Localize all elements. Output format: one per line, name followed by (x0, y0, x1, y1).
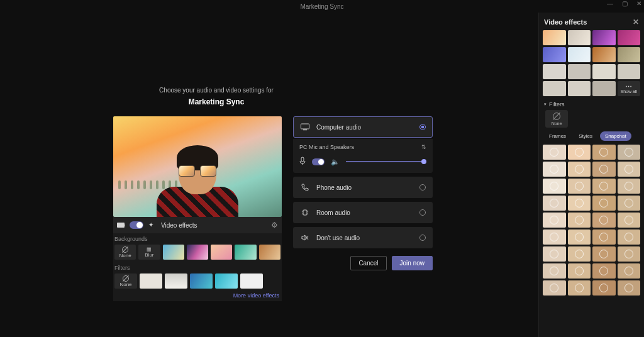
lens-swatch-0[interactable] (543, 145, 566, 160)
lens-swatch-7[interactable] (618, 162, 641, 177)
lens-swatch-34[interactable] (592, 280, 616, 296)
bg-blur[interactable]: ▦ Blur (138, 245, 160, 260)
lens-swatch-5[interactable] (568, 162, 591, 177)
video-effects-button[interactable]: Video effects (161, 222, 197, 229)
filter-none[interactable]: None (114, 273, 137, 289)
svg-point-8 (308, 213, 308, 214)
lens-swatch-14[interactable] (592, 196, 616, 211)
more-video-effects-link[interactable]: More video effects (113, 291, 282, 300)
lens-swatch-28[interactable] (543, 263, 566, 279)
lens-swatch-27[interactable] (618, 246, 641, 262)
sidebar-filter-tabs: Frames Styles Snapchat (543, 131, 640, 141)
close-button[interactable]: ✕ (636, 0, 641, 7)
action-buttons: Cancel Join now (293, 256, 433, 270)
device-settings-icon[interactable]: ⇅ (421, 144, 426, 150)
minimize-button[interactable]: — (607, 0, 613, 7)
tab-styles[interactable]: Styles (574, 131, 597, 141)
sb-bg-14[interactable] (592, 81, 616, 96)
lens-swatch-19[interactable] (618, 213, 641, 228)
lens-swatch-8[interactable] (543, 179, 566, 194)
lens-swatch-29[interactable] (568, 263, 591, 279)
lens-swatch-21[interactable] (568, 229, 591, 245)
mic-toggle[interactable] (312, 158, 325, 165)
filter-preset-3[interactable] (190, 273, 213, 289)
lens-swatch-20[interactable] (543, 229, 566, 245)
lens-swatch-17[interactable] (568, 213, 591, 228)
bg-preset-3[interactable] (211, 245, 232, 260)
sb-bg-12[interactable] (543, 81, 566, 96)
sb-bg-8[interactable] (543, 64, 566, 79)
tab-frames[interactable]: Frames (544, 131, 571, 141)
video-toolbar: Video effects ⚙ (113, 217, 282, 233)
lens-swatch-13[interactable] (568, 196, 591, 211)
sb-bg-3[interactable] (618, 30, 641, 45)
camera-toggle[interactable] (130, 221, 143, 229)
filter-preset-4[interactable] (215, 273, 238, 289)
sb-bg-7[interactable] (618, 47, 641, 62)
lens-swatch-22[interactable] (592, 229, 616, 245)
video-effects-sidebar: Video effects ✕ ⋯Show all ▾ Filters (538, 13, 644, 337)
lens-swatch-32[interactable] (543, 280, 566, 296)
backgrounds-section: Backgrounds None ▦ (113, 233, 282, 301)
sb-bg-2[interactable] (592, 30, 616, 45)
lens-swatch-12[interactable] (543, 196, 566, 211)
audio-device-name[interactable]: PC Mic and Speakers (299, 144, 354, 150)
lens-swatch-1[interactable] (568, 145, 591, 160)
audio-column: Computer audio PC Mic and Speakers ⇅ 🔈 (293, 116, 433, 270)
sb-bg-1[interactable] (568, 30, 591, 45)
sb-bg-5[interactable] (568, 47, 591, 62)
sb-show-all[interactable]: ⋯Show all (618, 81, 641, 96)
sb-bg-6[interactable] (592, 47, 616, 62)
sidebar-backgrounds-grid: ⋯Show all (543, 30, 640, 96)
bg-none[interactable]: None (114, 245, 136, 260)
lens-swatch-26[interactable] (592, 246, 616, 262)
lens-swatch-35[interactable] (618, 280, 641, 296)
sb-bg-10[interactable] (592, 64, 616, 79)
phone-audio-option[interactable]: Phone audio (293, 177, 433, 198)
chevron-down-icon[interactable]: ▾ (544, 102, 547, 107)
bg-preset-5[interactable] (259, 245, 280, 260)
sb-bg-13[interactable] (568, 81, 591, 96)
lens-swatch-30[interactable] (592, 263, 616, 279)
join-now-button[interactable]: Join now (392, 256, 433, 270)
sb-bg-4[interactable] (543, 47, 566, 62)
lens-swatch-10[interactable] (592, 179, 616, 194)
lens-swatch-2[interactable] (592, 145, 616, 160)
sb-bg-0[interactable] (543, 30, 566, 45)
lens-swatch-4[interactable] (543, 162, 566, 177)
lens-swatch-33[interactable] (568, 280, 591, 296)
sidebar-close-icon[interactable]: ✕ (633, 18, 639, 26)
gear-icon[interactable]: ⚙ (271, 221, 278, 229)
lens-swatch-18[interactable] (592, 213, 616, 228)
lens-swatch-11[interactable] (618, 179, 641, 194)
lens-swatch-9[interactable] (568, 179, 591, 194)
filter-preset-2[interactable] (165, 273, 187, 289)
cancel-button[interactable]: Cancel (350, 256, 386, 270)
mute-icon (300, 233, 310, 243)
filter-preset-1[interactable] (140, 273, 162, 289)
lens-swatch-6[interactable] (592, 162, 616, 177)
lens-swatch-15[interactable] (618, 196, 641, 211)
bg-preset-1[interactable] (163, 245, 184, 260)
lens-swatch-31[interactable] (618, 263, 641, 279)
lens-swatch-24[interactable] (543, 246, 566, 262)
volume-slider[interactable] (346, 158, 426, 165)
lens-swatch-16[interactable] (543, 213, 566, 228)
bg-preset-4[interactable] (235, 245, 256, 260)
sidebar-filters-section: ▾ Filters (543, 96, 640, 110)
sb-bg-9[interactable] (568, 64, 591, 79)
tab-snapchat[interactable]: Snapchat (600, 131, 631, 141)
computer-audio-option[interactable]: Computer audio (293, 116, 433, 138)
bg-preset-2[interactable] (187, 245, 208, 260)
maximize-button[interactable]: ▢ (622, 0, 628, 7)
filter-preset-5[interactable] (240, 273, 263, 289)
lens-swatch-3[interactable] (618, 145, 641, 160)
computer-audio-icon (300, 122, 310, 132)
lens-swatch-25[interactable] (568, 246, 591, 262)
sidebar-filter-none[interactable]: None (545, 110, 568, 128)
lens-swatch-23[interactable] (618, 229, 641, 245)
room-audio-option[interactable]: Room audio (293, 202, 433, 223)
sb-bg-11[interactable] (618, 64, 641, 79)
no-audio-option[interactable]: Don't use audio (293, 227, 433, 248)
effects-icon (148, 221, 156, 229)
